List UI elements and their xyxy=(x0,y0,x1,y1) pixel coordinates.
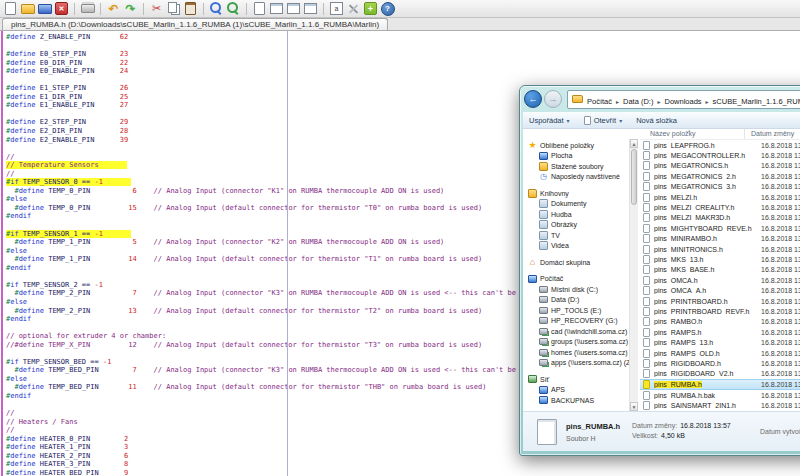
scroll-up-arrow[interactable]: ▲ xyxy=(630,139,638,148)
netdrive-icon xyxy=(539,358,548,367)
sidebar-item[interactable]: Oblíbené položky xyxy=(523,140,629,151)
save-file-icon[interactable] xyxy=(37,2,52,16)
sidebar-item[interactable]: BACKUPNAS xyxy=(523,395,629,406)
sidebar-item[interactable]: homes (\\users.soma.cz) xyxy=(523,347,629,358)
open-button[interactable]: Otevřít xyxy=(584,116,623,125)
sidebar-item[interactable]: Data (D:) xyxy=(523,295,629,306)
sidebar-item-label: Domácí skupina xyxy=(540,259,590,266)
close-file-icon[interactable] xyxy=(54,2,69,16)
sidebar-item-label: cad (\\windchill.soma.cz) xyxy=(551,328,627,335)
file-row[interactable]: pins_RAMBO.h16.8.2018 13:57 xyxy=(640,317,800,327)
print-icon[interactable] xyxy=(80,2,95,16)
sidebar-item[interactable]: Obrázky xyxy=(523,220,629,231)
forward-button[interactable]: → xyxy=(544,90,562,108)
sidebar-item[interactable]: groups (\\users.soma.cz) xyxy=(523,337,629,348)
sidebar-item[interactable]: Plocha xyxy=(523,151,629,162)
scrollbar-thumb[interactable] xyxy=(631,149,637,205)
file-row[interactable]: pins_MELZI.h16.8.2018 13:57 xyxy=(640,192,800,202)
breadcrumb-item[interactable]: Počítač xyxy=(587,97,612,106)
sidebar-item[interactable]: Naposledy navštívené xyxy=(523,172,629,183)
sidebar-item[interactable]: Počítač xyxy=(523,274,629,285)
tile-horizontal-icon[interactable] xyxy=(269,2,284,16)
document-icon xyxy=(584,116,591,125)
file-row[interactable]: pins_SAINSMART_2IN1.h16.8.2018 13:57 xyxy=(640,400,800,410)
sidebar-item[interactable]: Místní disk (C:) xyxy=(523,284,629,295)
file-row[interactable]: pins_MEGATRONICS.h16.8.2018 13:57 xyxy=(640,161,800,171)
code-browser-icon[interactable] xyxy=(329,2,344,16)
file-row[interactable]: pins_PRINTRBOARD_REVF.h16.8.2018 13:57 xyxy=(640,306,800,316)
file-row[interactable]: pins_MEGACONTROLLER.h16.8.2018 13:57 xyxy=(640,150,800,160)
sidebar-item[interactable]: Dokumenty xyxy=(523,199,629,210)
undo-icon[interactable] xyxy=(106,2,121,16)
sidebar-item[interactable]: TV xyxy=(523,230,629,241)
sidebar-item[interactable]: apps (\\users.soma.cz) (Z xyxy=(523,358,629,369)
file-row[interactable]: pins_MKS_BASE.h16.8.2018 13:57 xyxy=(640,265,800,275)
sidebar-item[interactable]: APS xyxy=(523,385,629,396)
file-name: pins_MKS_13.h xyxy=(654,256,755,263)
organize-button[interactable]: Uspořádat xyxy=(529,116,570,125)
file-date-modified: 16.8.2018 13:57 xyxy=(755,142,800,149)
sidebar-item[interactable]: cad (\\windchill.soma.cz) xyxy=(523,326,629,337)
paste-icon[interactable] xyxy=(183,2,198,16)
new-folder-button[interactable]: Nová složka xyxy=(636,116,677,125)
cut-icon[interactable] xyxy=(149,2,164,16)
file-row[interactable]: pins_MEGATRONICS_2.h16.8.2018 13:57 xyxy=(640,171,800,181)
sidebar-item[interactable]: Stažené soubory xyxy=(523,161,629,172)
file-name: pins_RUMBA.h.bak xyxy=(654,392,755,399)
code-line: #define E0_STEP_PIN 23 xyxy=(6,50,800,59)
breadcrumb-item[interactable]: Downloads xyxy=(664,97,701,106)
tile-vertical-icon[interactable] xyxy=(286,2,301,16)
file-row[interactable]: pins_RUMBA.h.bak16.8.2018 13:57 xyxy=(640,390,800,400)
new-window-icon[interactable] xyxy=(252,2,267,16)
file-row[interactable]: pins_MINIRAMBO.h16.8.2018 13:57 xyxy=(640,234,800,244)
file-row[interactable]: pins_MEGATRONICS_3.h16.8.2018 13:57 xyxy=(640,182,800,192)
copy-icon[interactable] xyxy=(166,2,181,16)
file-row[interactable]: pins_RUMBA.h16.8.2018 13:57 xyxy=(640,379,800,390)
sidebar-item[interactable]: Domácí skupina xyxy=(523,257,629,268)
file-row[interactable]: pins_OMCA.h16.8.2018 13:57 xyxy=(640,275,800,285)
file-row[interactable]: pins_MELZI_CREALITY.h16.8.2018 13:57 xyxy=(640,202,800,212)
file-name: pins_MEGATRONICS_3.h xyxy=(654,183,755,190)
file-row[interactable]: pins_RAMPS.h16.8.2018 13:57 xyxy=(640,327,800,337)
file-row[interactable]: pins_RAMPS_13.h16.8.2018 13:57 xyxy=(640,337,800,347)
file-row[interactable]: pins_PRINTRBOARD.h16.8.2018 13:57 xyxy=(640,296,800,306)
breadcrumb-item[interactable]: sCUBE_Marlin_1.1.6_RUMBA (1) xyxy=(713,97,800,106)
file-row[interactable]: pins_RIGIDBOARD.h16.8.2018 13:57 xyxy=(640,358,800,368)
sidebar-item[interactable]: Hudba xyxy=(523,209,629,220)
redo-icon[interactable] xyxy=(123,2,138,16)
column-header-modified[interactable]: Datum změny xyxy=(745,129,794,139)
file-row[interactable]: pins_RAMPS_OLD.h16.8.2018 13:57 xyxy=(640,348,800,358)
settings-icon[interactable] xyxy=(346,2,361,16)
file-tab[interactable]: pins_RUMBA.h (D:\Downloads\sCUBE_Marlin_… xyxy=(2,18,388,30)
file-row[interactable]: pins_OMCA_A.h16.8.2018 13:57 xyxy=(640,285,800,295)
find-icon[interactable] xyxy=(209,2,224,16)
file-row[interactable]: pins_MKS_13.h16.8.2018 13:57 xyxy=(640,254,800,264)
breadcrumb-item[interactable]: Data (D:) xyxy=(623,97,653,106)
cascade-windows-icon[interactable] xyxy=(303,2,318,16)
sidebar-item[interactable]: HP_RECOVERY (G:) xyxy=(523,316,629,327)
plugins-icon[interactable] xyxy=(363,2,378,16)
column-header-name[interactable]: Název položky xyxy=(640,129,745,139)
file-name: pins_RAMBO.h xyxy=(654,318,755,325)
sidebar-item[interactable]: Knihovny xyxy=(523,188,629,199)
open-file-icon[interactable] xyxy=(20,2,35,16)
file-row[interactable]: pins_LEAPFROG.h16.8.2018 13:57 xyxy=(640,140,800,150)
file-row[interactable]: pins_MIGHTYBOARD_REVE.h16.8.2018 13:57 xyxy=(640,223,800,233)
scroll-down-arrow[interactable]: ▼ xyxy=(630,402,638,411)
sidebar-item[interactable]: Videa xyxy=(523,241,629,252)
navigation-pane: Oblíbené položkyPlochaStažené souboryNap… xyxy=(523,139,629,411)
drive-icon xyxy=(539,306,548,315)
address-bar[interactable]: Počítač▸Data (D:)▸Downloads▸sCUBE_Marlin… xyxy=(567,90,800,109)
help-icon[interactable] xyxy=(380,2,395,16)
file-row[interactable]: pins_MINITRONICS.h16.8.2018 13:57 xyxy=(640,244,800,254)
file-row[interactable]: pins_MELZI_MAKR3D.h16.8.2018 13:57 xyxy=(640,213,800,223)
sidebar-item[interactable]: Síť xyxy=(523,374,629,385)
new-file-icon[interactable] xyxy=(3,2,18,16)
file-icon xyxy=(643,369,650,378)
file-row[interactable]: pins_RIGIDBOARD_V2.h16.8.2018 13:57 xyxy=(640,369,800,379)
sidebar-item[interactable]: HP_TOOLS (E:) xyxy=(523,305,629,316)
star-icon xyxy=(528,141,537,150)
back-button[interactable]: ← xyxy=(524,90,542,108)
sidebar-scrollbar[interactable]: ▲ ▼ xyxy=(629,139,638,411)
find-in-files-icon[interactable] xyxy=(226,2,241,16)
